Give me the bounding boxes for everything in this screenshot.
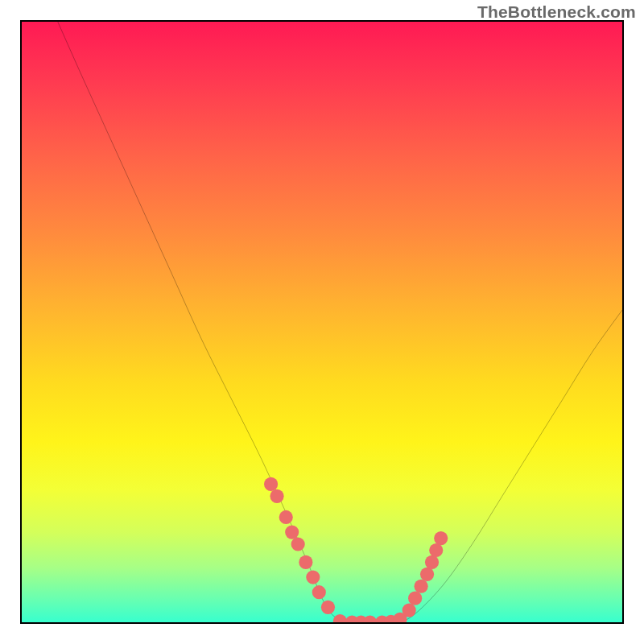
data-marker <box>264 477 278 491</box>
watermark-text: TheBottleneck.com <box>477 2 636 22</box>
data-marker <box>299 555 312 569</box>
data-marker <box>420 568 434 581</box>
data-marker <box>425 555 439 569</box>
curve-layer <box>22 22 622 622</box>
data-marker <box>415 580 428 593</box>
data-marker <box>285 526 299 539</box>
data-marker <box>306 570 320 584</box>
marker-group <box>264 477 448 622</box>
data-marker <box>429 543 443 557</box>
data-marker <box>408 592 422 605</box>
chart-stage: TheBottleneck.com <box>0 0 644 644</box>
data-marker <box>270 489 283 503</box>
data-marker <box>312 585 326 599</box>
data-marker <box>363 615 377 622</box>
data-marker <box>333 614 347 622</box>
data-marker <box>321 601 335 614</box>
data-marker <box>291 537 305 551</box>
bottleneck-curve <box>58 22 622 622</box>
data-marker <box>279 510 293 524</box>
data-marker <box>434 531 448 545</box>
data-marker <box>402 604 416 617</box>
plot-frame <box>20 20 624 624</box>
